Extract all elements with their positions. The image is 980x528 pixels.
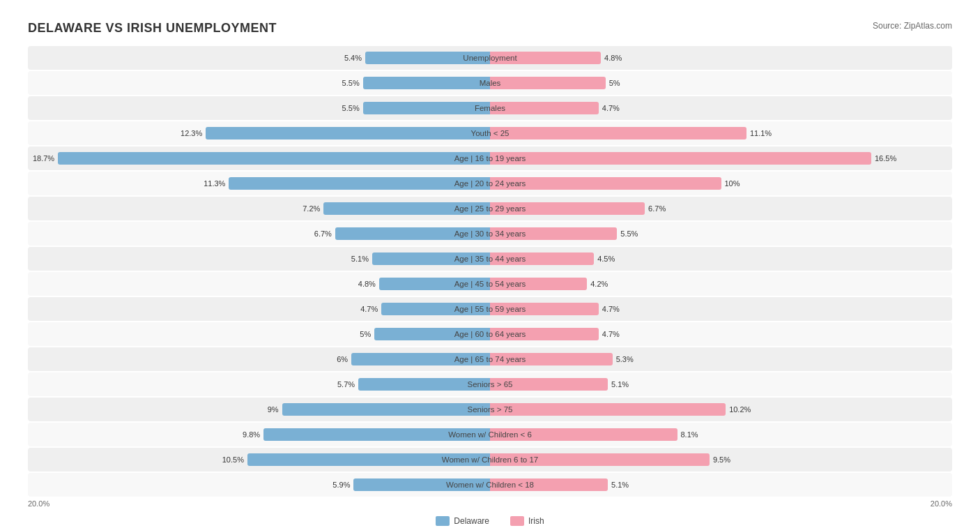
bar-row: 6.7%5.5%Age | 30 to 34 years xyxy=(28,222,952,246)
bar-right: 4.7% xyxy=(490,303,599,315)
chart-source: Source: ZipAtlas.com xyxy=(873,21,952,31)
legend-delaware-label: Delaware xyxy=(454,516,489,526)
bar-right-label: 9.5% xyxy=(710,455,730,464)
bar-right: 4.7% xyxy=(490,102,599,114)
bar-row: 10.5%9.5%Women w/ Children 6 to 17 xyxy=(28,448,952,472)
chart-container: DELAWARE VS IRISH UNEMPLOYMENT Source: Z… xyxy=(14,14,966,528)
bar-right: 4.8% xyxy=(490,52,601,64)
bar-left: 11.3% xyxy=(229,177,490,190)
bar-row: 4.7%4.7%Age | 55 to 59 years xyxy=(28,297,952,321)
bar-right-label: 6.7% xyxy=(645,204,666,213)
bar-right: 5.5% xyxy=(490,227,617,240)
bar-left-label: 5.5% xyxy=(342,104,363,112)
left-axis-label: 20.0% xyxy=(28,499,49,508)
bar-row: 18.7%16.5%Age | 16 to 19 years xyxy=(28,146,952,170)
bar-left: 4.8% xyxy=(379,278,490,290)
bar-row: 6%5.3%Age | 65 to 74 years xyxy=(28,347,952,371)
bar-right-label: 5.1% xyxy=(608,380,629,389)
rows-container: 5.4%4.8%Unemployment5.5%5%Males5.5%4.7%F… xyxy=(28,46,952,497)
bar-left: 4.7% xyxy=(381,303,490,315)
bar-left-label: 5.4% xyxy=(344,54,365,62)
legend-delaware: Delaware xyxy=(436,516,489,526)
bar-right: 10.2% xyxy=(490,403,726,416)
bar-right-label: 10.2% xyxy=(726,405,751,414)
bar-left: 5% xyxy=(374,328,490,340)
bar-right: 11.1% xyxy=(490,127,747,139)
bar-left: 5.5% xyxy=(363,77,490,89)
bar-left-label: 4.8% xyxy=(358,280,379,288)
bar-row: 4.8%4.2%Age | 45 to 54 years xyxy=(28,272,952,296)
bar-right-label: 4.7% xyxy=(599,104,620,112)
bar-left: 7.2% xyxy=(323,202,490,215)
bar-left: 9% xyxy=(282,403,490,416)
bar-left-label: 11.3% xyxy=(204,179,229,188)
bar-right-label: 4.8% xyxy=(601,54,622,62)
bar-left-label: 18.7% xyxy=(33,154,58,163)
bar-row: 5.4%4.8%Unemployment xyxy=(28,46,952,70)
bar-right-label: 11.1% xyxy=(747,129,772,137)
bar-left: 12.3% xyxy=(206,127,490,139)
bar-right-label: 4.7% xyxy=(599,305,620,313)
bar-right-label: 5.3% xyxy=(613,355,634,363)
bar-right-label: 4.5% xyxy=(594,255,615,263)
bar-left: 5.1% xyxy=(372,252,490,265)
bar-left-label: 5.5% xyxy=(342,79,363,87)
bar-left-label: 5.7% xyxy=(337,380,358,389)
bar-left-label: 9% xyxy=(268,405,282,414)
bar-left: 10.5% xyxy=(247,453,490,466)
bar-right: 6.7% xyxy=(490,202,645,215)
bar-left-label: 12.3% xyxy=(181,129,206,137)
bar-left: 5.4% xyxy=(365,52,490,64)
bar-left-label: 10.5% xyxy=(222,455,247,464)
bar-row: 5.5%5%Males xyxy=(28,71,952,95)
bar-right-label: 16.5% xyxy=(871,154,896,163)
bar-row: 5%4.7%Age | 60 to 64 years xyxy=(28,322,952,346)
bar-row: 5.7%5.1%Seniors > 65 xyxy=(28,372,952,396)
bar-left: 5.7% xyxy=(358,378,490,391)
bar-right-label: 10% xyxy=(721,179,740,188)
bar-right-label: 8.1% xyxy=(677,430,698,439)
chart-legend: Delaware Irish xyxy=(28,516,952,526)
bar-right: 5.1% xyxy=(490,478,608,491)
bar-row: 5.9%5.1%Women w/ Children < 18 xyxy=(28,473,952,497)
bar-row: 9%10.2%Seniors > 75 xyxy=(28,398,952,421)
chart-title: DELAWARE VS IRISH UNEMPLOYMENT xyxy=(28,21,277,36)
bar-left-label: 6.7% xyxy=(314,229,335,238)
bar-right: 16.5% xyxy=(490,152,871,165)
bar-right: 5.1% xyxy=(490,378,608,391)
bar-right-label: 5.1% xyxy=(608,481,629,489)
bar-right: 9.5% xyxy=(490,453,710,466)
bar-left-label: 5% xyxy=(360,330,374,338)
legend-delaware-color xyxy=(436,516,450,526)
bar-row: 5.1%4.5%Age | 35 to 44 years xyxy=(28,247,952,271)
bar-right: 4.2% xyxy=(490,278,587,290)
bar-row: 12.3%11.1%Youth < 25 xyxy=(28,121,952,145)
bar-right: 5.3% xyxy=(490,353,613,365)
bar-left-label: 5.1% xyxy=(351,255,372,263)
bar-right-label: 4.2% xyxy=(587,280,608,288)
bar-row: 7.2%6.7%Age | 25 to 29 years xyxy=(28,197,952,220)
bar-row: 11.3%10%Age | 20 to 24 years xyxy=(28,172,952,195)
bar-left: 6.7% xyxy=(335,227,490,240)
bar-row: 9.8%8.1%Women w/ Children < 6 xyxy=(28,423,952,446)
bar-right: 8.1% xyxy=(490,428,677,441)
chart-header: DELAWARE VS IRISH UNEMPLOYMENT Source: Z… xyxy=(28,21,952,36)
bar-right: 4.5% xyxy=(490,252,594,265)
bar-right: 4.7% xyxy=(490,328,599,340)
bar-right-label: 5.5% xyxy=(617,229,638,238)
bar-right: 5% xyxy=(490,77,606,89)
axis-labels: 20.0% 20.0% xyxy=(28,499,952,508)
bar-right: 10% xyxy=(490,177,721,190)
legend-irish: Irish xyxy=(510,516,544,526)
bar-left-label: 7.2% xyxy=(303,204,323,213)
bar-left: 9.8% xyxy=(263,428,490,441)
bar-left: 18.7% xyxy=(58,152,490,165)
bar-right-label: 4.7% xyxy=(599,330,620,338)
bar-row: 5.5%4.7%Females xyxy=(28,96,952,120)
bar-right-label: 5% xyxy=(606,79,620,87)
bar-left-label: 9.8% xyxy=(243,430,263,439)
bar-left-label: 6% xyxy=(337,355,351,363)
bar-left-label: 4.7% xyxy=(360,305,381,313)
right-axis-label: 20.0% xyxy=(931,499,952,508)
bar-left-label: 5.9% xyxy=(332,481,353,489)
